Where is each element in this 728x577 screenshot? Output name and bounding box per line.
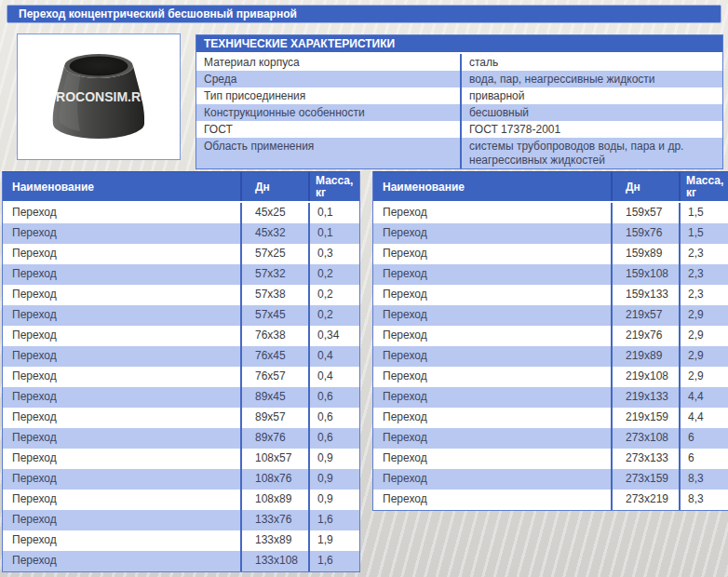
cell-mass: 1,6 <box>308 510 359 530</box>
spec-label: Тип присоединения <box>196 87 460 104</box>
spec-row: Область применения системы трубопроводов… <box>196 138 722 168</box>
cell-name: Переход <box>373 305 611 326</box>
table-row: Переход 57x45 0,2 <box>3 305 359 326</box>
cell-mass: 0,6 <box>308 408 359 428</box>
spec-value: ГОСТ 17378-2001 <box>460 121 722 138</box>
product-catalog-page: { "title_bar": { "title": "Переход конце… <box>0 0 728 577</box>
cell-name: Переход <box>373 428 611 449</box>
cell-name: Переход <box>3 285 240 305</box>
watermark-text: PROCONSIM.RU <box>47 89 150 104</box>
cell-name: Переход <box>3 510 240 530</box>
cell-name: Переход <box>3 223 240 244</box>
table-row: Переход 273x108 6 <box>373 428 728 449</box>
cell-dn: 219x89 <box>611 346 679 367</box>
cell-dn: 159x76 <box>611 223 679 244</box>
spec-value: приварной <box>460 87 722 104</box>
cell-name: Переход <box>3 449 240 469</box>
cell-dn: 159x133 <box>611 285 679 305</box>
cell-name: Переход <box>373 387 611 408</box>
cell-mass: 0,9 <box>308 449 359 469</box>
column-header-mass: Масса, кг <box>308 172 359 201</box>
table-row: Переход 76x38 0,34 <box>3 326 359 346</box>
cell-dn: 219x108 <box>611 367 679 387</box>
spec-row: ГОСТ ГОСТ 17378-2001 <box>196 121 722 138</box>
cell-mass: 2,3 <box>679 244 728 264</box>
cell-dn: 219x133 <box>611 387 679 408</box>
size-table-header: Наименование Дн Масса, кг <box>373 172 728 203</box>
spec-row: Конструкционные особенности бесшовный <box>196 104 722 121</box>
cell-name: Переход <box>3 346 240 367</box>
spec-row: Среда вода, пар, неагрессивные жидкости <box>196 71 722 87</box>
cell-mass: 0,6 <box>308 387 359 408</box>
cell-name: Переход <box>3 490 240 510</box>
cell-mass: 6 <box>679 449 728 469</box>
cell-dn: 57x38 <box>240 285 308 305</box>
table-row: Переход 159x89 2,3 <box>373 244 728 264</box>
table-row: Переход 57x32 0,2 <box>3 264 359 285</box>
table-row: Переход 76x57 0,4 <box>3 367 359 387</box>
cell-dn: 133x76 <box>240 510 308 530</box>
spec-row: Материал корпуса сталь <box>196 54 722 71</box>
cell-name: Переход <box>3 326 240 346</box>
cell-mass: 0,9 <box>308 469 359 490</box>
column-header-mass: Масса, кг <box>679 172 728 201</box>
spec-value: сталь <box>460 54 722 71</box>
table-row: Переход 219x108 2,9 <box>373 367 728 387</box>
cell-dn: 57x32 <box>240 264 308 285</box>
cell-name: Переход <box>373 264 611 285</box>
table-row: Переход 57x38 0,2 <box>3 285 359 305</box>
table-row: Переход 273x133 6 <box>373 449 728 469</box>
cell-dn: 76x38 <box>240 326 308 346</box>
cell-mass: 2,9 <box>679 346 728 367</box>
column-header-dn: Дн <box>611 172 679 201</box>
cell-dn: 89x76 <box>240 428 308 449</box>
cell-mass: 1,5 <box>679 203 728 223</box>
cell-mass: 2,3 <box>679 285 728 305</box>
table-row: Переход 133x76 1,6 <box>3 510 359 530</box>
cell-name: Переход <box>3 203 240 223</box>
cell-name: Переход <box>3 367 240 387</box>
table-row: Переход 108x57 0,9 <box>3 449 359 469</box>
cell-dn: 108x57 <box>240 449 308 469</box>
spec-table-body: Материал корпуса сталь Среда вода, пар, … <box>196 54 722 168</box>
cell-mass: 2,3 <box>679 264 728 285</box>
cell-name: Переход <box>373 408 611 428</box>
table-row: Переход 219x133 4,4 <box>373 387 728 408</box>
cell-mass: 0,2 <box>308 285 359 305</box>
cell-dn: 89x57 <box>240 408 308 428</box>
cell-name: Переход <box>373 469 611 490</box>
table-row: Переход 89x57 0,6 <box>3 408 359 428</box>
cell-dn: 273x133 <box>611 449 679 469</box>
size-table-body: Переход 159x57 1,5 Переход 159x76 1,5 Пе… <box>373 203 728 510</box>
cell-dn: 133x108 <box>240 551 308 571</box>
cell-dn: 89x45 <box>240 387 308 408</box>
column-header-dn: Дн <box>240 172 308 201</box>
cell-dn: 159x89 <box>611 244 679 264</box>
cell-mass: 0,34 <box>308 326 359 346</box>
cell-dn: 133x89 <box>240 530 308 551</box>
cell-name: Переход <box>3 264 240 285</box>
cell-name: Переход <box>373 285 611 305</box>
cell-dn: 108x76 <box>240 469 308 490</box>
cell-mass: 0,3 <box>308 244 359 264</box>
cell-mass: 4,4 <box>679 408 728 428</box>
cell-name: Переход <box>3 387 240 408</box>
cell-name: Переход <box>373 244 611 264</box>
table-row: Переход 219x76 2,9 <box>373 326 728 346</box>
spec-value: вода, пар, неагрессивные жидкости <box>460 71 722 87</box>
spec-label: Среда <box>196 71 460 87</box>
table-row: Переход 159x133 2,3 <box>373 285 728 305</box>
spec-value: системы трубопроводов воды, пара и др. н… <box>460 138 722 168</box>
table-row: Переход 133x108 1,6 <box>3 551 359 571</box>
column-header-name: Наименование <box>373 181 611 194</box>
cell-dn: 219x76 <box>611 326 679 346</box>
cell-name: Переход <box>3 408 240 428</box>
table-row: Переход 159x57 1,5 <box>373 203 728 223</box>
cell-name: Переход <box>3 428 240 449</box>
table-row: Переход 133x89 1,9 <box>3 530 359 551</box>
cell-mass: 0,4 <box>308 367 359 387</box>
cell-mass: 8,3 <box>679 469 728 490</box>
cell-mass: 1,5 <box>679 223 728 244</box>
cell-name: Переход <box>373 449 611 469</box>
table-row: Переход 57x25 0,3 <box>3 244 359 264</box>
